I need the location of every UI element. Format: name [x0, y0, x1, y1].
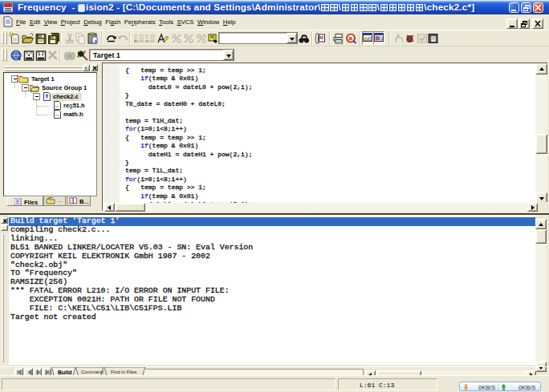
svg-text:a: a	[348, 34, 352, 42]
